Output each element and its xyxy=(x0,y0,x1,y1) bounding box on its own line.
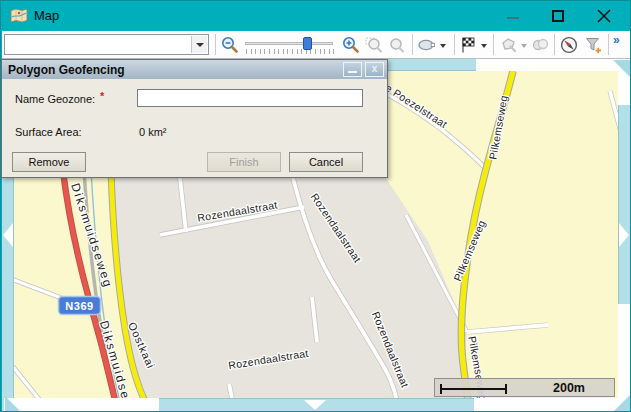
name-geozone-label: Name Geozone: xyxy=(15,93,95,105)
toolbar-separator xyxy=(215,34,216,55)
pan-left-icon[interactable] xyxy=(3,223,13,247)
chevron-down-icon[interactable] xyxy=(440,44,446,48)
frame-corner-se xyxy=(474,398,631,412)
scale-line xyxy=(441,388,507,390)
window-minimize-button[interactable] xyxy=(493,1,533,31)
scale-tick xyxy=(440,384,442,394)
name-geozone-input[interactable] xyxy=(137,89,363,107)
required-marker: * xyxy=(100,90,104,102)
layer-combobox[interactable] xyxy=(4,34,209,55)
dialog-close-button[interactable]: x xyxy=(365,62,384,77)
chevron-down-icon xyxy=(521,44,527,48)
scale-label: 200m xyxy=(553,381,585,395)
polygon-geofencing-dialog: Polygon Geofencing x Name Geozone: * Sur… xyxy=(1,59,388,178)
dialog-minimize-button[interactable] xyxy=(343,62,362,77)
zoom-previous-icon[interactable] xyxy=(387,35,407,55)
pan-southwest-icon[interactable] xyxy=(5,396,20,411)
window-title: Map xyxy=(34,8,59,23)
toolbar-separator xyxy=(454,34,455,55)
zoom-slider-ticks xyxy=(246,49,335,54)
map-window: Map xyxy=(0,0,631,412)
window-maximize-button[interactable] xyxy=(538,1,578,31)
frame-corner-sw xyxy=(4,398,159,412)
toolbar-separator xyxy=(608,34,609,55)
pan-southeast-icon[interactable] xyxy=(614,395,630,411)
pan-right-icon[interactable] xyxy=(619,223,629,247)
window-close-button[interactable] xyxy=(584,1,624,31)
chevron-down-icon xyxy=(196,43,204,47)
surface-area-label: Surface Area: xyxy=(15,126,82,138)
zoom-slider-thumb[interactable] xyxy=(303,37,312,50)
minimize-icon xyxy=(507,17,519,19)
scale-tick xyxy=(505,384,507,394)
chevron-down-icon[interactable] xyxy=(481,44,487,48)
maximize-icon xyxy=(552,10,564,22)
surface-area-value: 0 km² xyxy=(139,126,167,138)
window-titlebar[interactable]: Map xyxy=(1,1,631,31)
map-toolbar: » xyxy=(2,31,631,59)
add-filter-icon[interactable] xyxy=(583,35,603,55)
toolbar-separator xyxy=(493,34,494,55)
zoom-region-icon[interactable] xyxy=(364,35,384,55)
zoom-slider-track[interactable] xyxy=(245,42,333,45)
map-app-icon xyxy=(10,8,28,23)
draw-geofence-icon[interactable] xyxy=(417,35,437,55)
edit-polygon-icon xyxy=(499,35,519,55)
map-scale-bar: 200m xyxy=(434,378,615,397)
route-badge-text: N369 xyxy=(65,300,93,312)
split-shape-icon xyxy=(530,35,550,55)
close-icon xyxy=(597,9,611,23)
dialog-titlebar[interactable]: Polygon Geofencing x xyxy=(2,60,387,79)
compass-icon[interactable] xyxy=(559,35,579,55)
finish-flag-icon[interactable] xyxy=(459,35,479,55)
pan-down-icon[interactable] xyxy=(304,400,326,410)
dialog-title: Polygon Geofencing xyxy=(8,63,125,77)
route-badge-n369: N369 xyxy=(59,297,101,315)
toolbar-separator xyxy=(412,34,413,55)
minimize-icon xyxy=(348,71,357,73)
frame-corner-ne xyxy=(476,59,631,71)
toolbar-separator xyxy=(554,34,555,55)
combobox-dropdown-button[interactable] xyxy=(191,36,207,53)
pan-northeast-icon[interactable] xyxy=(613,60,630,77)
finish-button[interactable]: Finish xyxy=(207,152,281,172)
toolbar-overflow-button[interactable]: » xyxy=(613,33,619,47)
zoom-in-icon[interactable] xyxy=(341,35,361,55)
cancel-button[interactable]: Cancel xyxy=(289,152,363,172)
remove-button[interactable]: Remove xyxy=(12,152,86,172)
zoom-out-icon[interactable] xyxy=(220,35,240,55)
